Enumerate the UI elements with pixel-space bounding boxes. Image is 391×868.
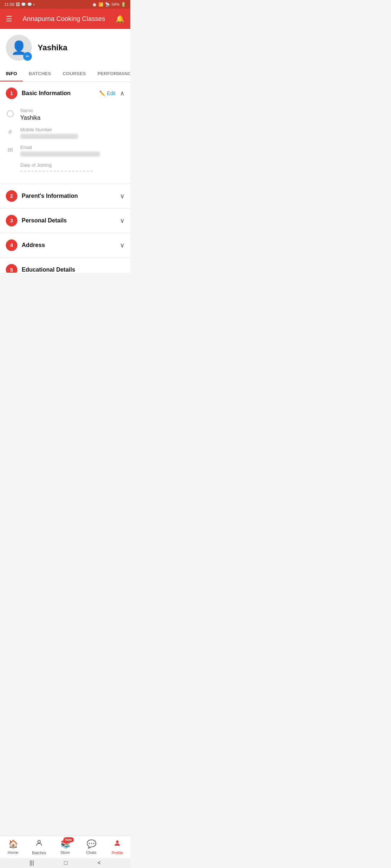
profile-name: Yashika — [38, 43, 67, 52]
pencil-icon: ✏️ — [99, 90, 105, 96]
section-3-title: Personal Details — [22, 217, 115, 224]
section-parents-info[interactable]: 2 Parent's Information ∨ — [0, 184, 130, 208]
profile-section: 👤 ✏ Yashika — [0, 29, 130, 67]
avatar-wrapper: 👤 ✏ — [6, 35, 32, 61]
tab-batches[interactable]: BATCHES — [23, 67, 57, 81]
section-5-number: 5 — [6, 264, 17, 273]
envelope-icon: ✉ — [6, 146, 14, 154]
section-4-number: 4 — [6, 239, 17, 251]
tab-performance[interactable]: PERFORMANCE — [92, 67, 130, 81]
tab-info[interactable]: INFO — [0, 67, 23, 81]
header-title: Annapurna Cooking Classes — [22, 15, 105, 23]
hamburger-icon[interactable]: ☰ — [6, 14, 12, 23]
battery: 54% — [112, 2, 119, 7]
tab-courses[interactable]: COURSES — [57, 67, 92, 81]
alarm-icon: ⏰ — [92, 2, 97, 7]
chevron-down-icon-2: ∨ — [120, 192, 125, 200]
section-1-title: Basic Information — [22, 90, 95, 97]
section-educational-details[interactable]: 5 Educational Details — [0, 258, 130, 273]
section-basic-info: 1 Basic Information ✏️ Edit ∧ ◯ Name Yas… — [0, 82, 130, 183]
bell-icon[interactable]: 🔔 — [115, 14, 125, 23]
section-2-number: 2 — [6, 190, 17, 202]
section-1-header: 1 Basic Information ✏️ Edit ∧ — [0, 82, 130, 105]
section-address[interactable]: 4 Address ∨ — [0, 234, 130, 257]
hash-icon: # — [6, 128, 14, 136]
email-value-blurred — [20, 152, 100, 157]
status-right: ⏰ 📶 📡 54% 🔋 — [92, 2, 126, 7]
section-3-header[interactable]: 3 Personal Details ∨ — [0, 209, 130, 232]
doj-field: Date of Joining — [6, 162, 125, 171]
edit-basic-info-button[interactable]: ✏️ Edit — [99, 90, 115, 96]
mobile-field: # Mobile Number — [6, 127, 125, 139]
wifi-icon: 📶 — [98, 2, 104, 7]
section-1-number: 1 — [6, 88, 17, 99]
edit-avatar-icon: ✏ — [26, 54, 29, 59]
name-value: Yashika — [20, 115, 125, 121]
status-bar: 11:50 🖼 💬 💬 • ⏰ 📶 📡 54% 🔋 — [0, 0, 130, 9]
name-field: ◯ Name Yashika — [6, 108, 125, 121]
chevron-up-icon: ∧ — [120, 89, 125, 97]
battery-icon: 🔋 — [121, 2, 126, 7]
time: 11:50 — [4, 2, 14, 7]
email-field: ✉ Email — [6, 145, 125, 157]
person-icon: ◯ — [6, 109, 14, 117]
app-header: ☰ Annapurna Cooking Classes 🔔 — [0, 9, 130, 29]
mobile-value-blurred — [20, 134, 78, 139]
section-4-title: Address — [22, 242, 115, 248]
status-left: 11:50 🖼 💬 💬 • — [4, 2, 35, 7]
signal-icon: 📡 — [105, 2, 110, 7]
section-5-title: Educational Details — [22, 267, 125, 273]
doj-value-dashed — [20, 171, 93, 171]
basic-info-body: ◯ Name Yashika # Mobile Number ✉ Email — [0, 105, 130, 183]
section-personal-details[interactable]: 3 Personal Details ∨ — [0, 209, 130, 232]
status-icons: 🖼 💬 💬 • — [16, 2, 35, 7]
section-2-title: Parent's Information — [22, 193, 115, 199]
section-2-header[interactable]: 2 Parent's Information ∨ — [0, 184, 130, 208]
section-3-number: 3 — [6, 215, 17, 226]
section-4-header[interactable]: 4 Address ∨ — [0, 234, 130, 257]
chevron-down-icon-4: ∨ — [120, 241, 125, 249]
edit-avatar-button[interactable]: ✏ — [23, 52, 32, 61]
chevron-down-icon-3: ∨ — [120, 217, 125, 225]
tabs-bar: INFO BATCHES COURSES PERFORMANCE — [0, 67, 130, 82]
section-5-header[interactable]: 5 Educational Details — [0, 258, 130, 273]
content-area: 1 Basic Information ✏️ Edit ∧ ◯ Name Yas… — [0, 82, 130, 303]
